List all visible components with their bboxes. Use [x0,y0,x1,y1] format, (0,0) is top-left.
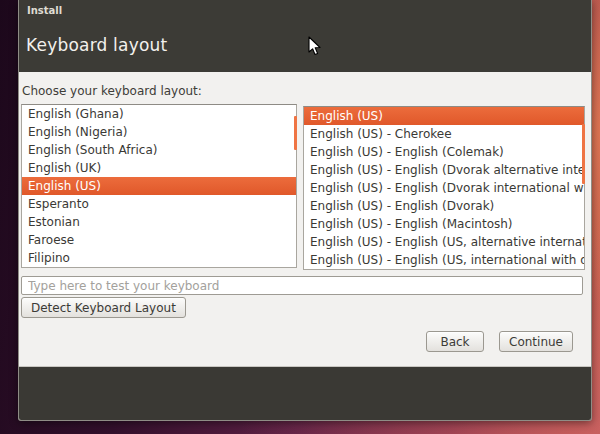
variant-option[interactable]: English (US) [304,107,584,125]
continue-button[interactable]: Continue [499,331,573,352]
variant-option[interactable]: English (US) - English (Colemak) [304,143,584,161]
layout-option[interactable]: English (UK) [22,159,296,177]
layout-option[interactable]: Esperanto [22,195,296,213]
window-title: Install [27,5,62,16]
right-list-scrollbar[interactable] [582,124,585,184]
page-title: Keyboard layout [26,35,167,55]
mouse-cursor [308,36,322,57]
layout-option[interactable]: Faroese [22,231,296,249]
keyboard-test-input[interactable] [21,276,583,295]
variant-option[interactable]: English (US) - English (Dvorak) [304,197,584,215]
install-window: Install Keyboard layout Choose your keyb… [18,0,592,421]
window-header: Install Keyboard layout [19,0,591,72]
left-list-scrollbar[interactable] [294,116,297,150]
variant-option[interactable]: English (US) - English (US, internationa… [304,251,584,269]
window-footer [19,366,591,420]
keyboard-layout-list[interactable]: English (Ghana)English (Nigeria)English … [21,104,297,268]
variant-option[interactable]: English (US) - English (Dvorak internati… [304,179,584,197]
content-area: Choose your keyboard layout: English (Gh… [19,72,591,366]
choose-layout-label: Choose your keyboard layout: [22,84,202,98]
layout-option[interactable]: Filipino [22,249,296,267]
back-button[interactable]: Back [426,331,484,352]
layout-option[interactable]: English (Nigeria) [22,123,296,141]
detect-keyboard-layout-button[interactable]: Detect Keyboard Layout [21,297,186,318]
layout-option[interactable]: Estonian [22,213,296,231]
variant-option[interactable]: English (US) - English (Macintosh) [304,215,584,233]
variant-option[interactable]: English (US) - English (Dvorak alternati… [304,161,584,179]
variant-option[interactable]: English (US) - English (US, alternative … [304,233,584,251]
layout-option[interactable]: English (South Africa) [22,141,296,159]
layout-option[interactable]: English (US) [22,177,296,195]
variant-option[interactable]: English (US) - Cherokee [304,125,584,143]
layout-variant-list[interactable]: English (US)English (US) - CherokeeEngli… [303,106,585,270]
layout-option[interactable]: English (Ghana) [22,105,296,123]
